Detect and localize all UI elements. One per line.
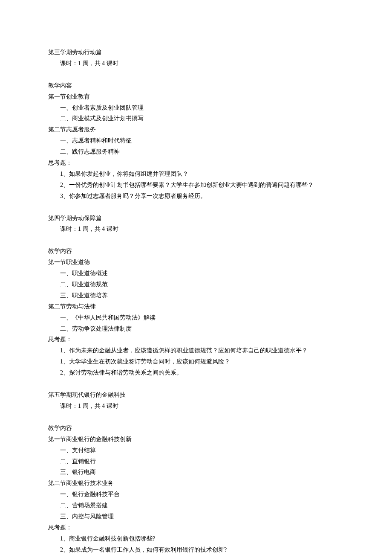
semester3-duration: 课时：1 周，共 4 课时: [48, 58, 344, 69]
section2-item2: 二、营销场景搭建: [48, 500, 344, 511]
question-2: 1、大学毕业生在初次就业签订劳动合同时，应该如何规避风险？: [48, 356, 344, 367]
question-2: 2、一份优秀的创业计划书包括哪些要素？大学生在参加创新创业大赛中遇到的普遍问题有…: [48, 180, 344, 191]
section2-title: 第二节劳动与法律: [48, 301, 344, 312]
questions-header: 思考题：: [48, 334, 344, 345]
semester3-content: 教学内容 第一节创业教育 一、创业者素质及创业团队管理 二、商业模式及创业计划书…: [48, 80, 344, 202]
question-1: 1、作为未来的金融从业者，应该遵循怎样的职业道德规范？应如何培养自己的职业道德水…: [48, 345, 344, 356]
section2-title: 第二节商业银行技术业务: [48, 478, 344, 489]
section2-item1: 一、志愿者精神和时代特征: [48, 135, 344, 146]
questions-header: 思考题：: [48, 522, 344, 533]
section2-item1: 一、银行金融科技平台: [48, 489, 344, 500]
questions-header: 思考题：: [48, 157, 344, 169]
semester3-block: 第三学期劳动行动篇 课时：1 周，共 4 课时: [48, 47, 344, 69]
section1-item3: 三、职业道德培养: [48, 290, 344, 301]
semester5-content: 教学内容 第一节商业银行的金融科技创新 一、支付结算 二、直销银行 三、银行电商…: [48, 423, 344, 555]
semester4-content: 教学内容 第一节职业道德 一、职业道德概述 二、职业道德规范 三、职业道德培养 …: [48, 246, 344, 378]
question-2: 2、如果成为一名银行工作人员，如何有效利用银行的技术创新?: [48, 544, 344, 555]
semester4-duration: 课时：1 周，共 4 课时: [48, 224, 344, 235]
content-header: 教学内容: [48, 423, 344, 434]
section1-item1: 一、支付结算: [48, 445, 344, 456]
semester5-duration: 课时：1 周，共 4 课时: [48, 401, 344, 412]
section1-item2: 二、商业模式及创业计划书撰写: [48, 113, 344, 124]
section1-item1: 一、职业道德概述: [48, 268, 344, 279]
section1-item2: 二、直销银行: [48, 456, 344, 467]
semester3-title: 第三学期劳动行动篇: [48, 47, 344, 58]
semester4-title: 第四学期劳动保障篇: [48, 213, 344, 224]
semester5-title: 第五学期现代银行的金融科技: [48, 389, 344, 401]
section2-title: 第二节志愿者服务: [48, 124, 344, 135]
section1-title: 第一节商业银行的金融科技创新: [48, 434, 344, 445]
section2-item2: 二、践行志愿服务精神: [48, 146, 344, 157]
semester4-block: 第四学期劳动保障篇 课时：1 周，共 4 课时: [48, 213, 344, 235]
semester5-block: 第五学期现代银行的金融科技 课时：1 周，共 4 课时: [48, 389, 344, 412]
section2-item2: 二、劳动争议处理法律制度: [48, 323, 344, 334]
section1-item2: 二、职业道德规范: [48, 279, 344, 290]
section2-item1: 一、《中华人民共和国劳动法》解读: [48, 312, 344, 323]
question-3: 2、探讨劳动法律与和谐劳动关系之间的关系。: [48, 367, 344, 378]
question-1: 1、商业银行金融科技创新包括哪些?: [48, 533, 344, 544]
section2-item3: 三、内控与风险管理: [48, 511, 344, 522]
question-1: 1、如果你发起创业，你将如何组建并管理团队？: [48, 169, 344, 180]
section1-title: 第一节职业道德: [48, 257, 344, 268]
section1-title: 第一节创业教育: [48, 91, 344, 102]
question-3: 3、你参加过志愿者服务吗？分享一次志愿者服务经历。: [48, 191, 344, 202]
content-header: 教学内容: [48, 80, 344, 91]
section1-item1: 一、创业者素质及创业团队管理: [48, 102, 344, 113]
content-header: 教学内容: [48, 246, 344, 257]
section1-item3: 三、银行电商: [48, 467, 344, 478]
